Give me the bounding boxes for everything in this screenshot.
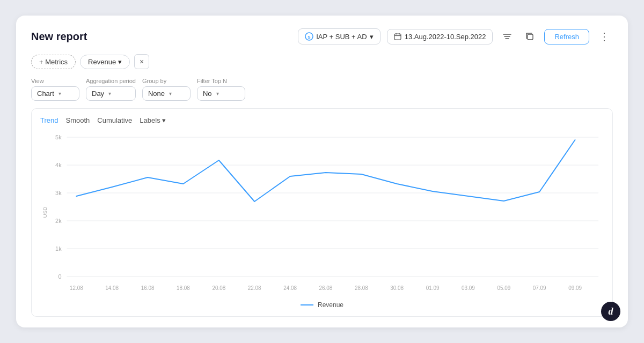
svg-text:2k: 2k [55, 218, 62, 224]
date-range-selector[interactable]: 13.Aug.2022-10.Sep.2022 [387, 29, 493, 44]
line-chart: 5k 4k 3k 2k 1k 0 USD 12.08 14.08 16.08 1… [40, 132, 604, 298]
view-control: View Chart ▾ [31, 78, 79, 101]
svg-rect-2 [394, 34, 401, 40]
svg-text:28.08: 28.08 [355, 285, 368, 291]
copy-icon [525, 32, 535, 41]
calendar-icon [394, 33, 401, 40]
svg-text:09.09: 09.09 [568, 285, 582, 291]
svg-text:22.08: 22.08 [248, 285, 261, 291]
svg-text:0: 0 [58, 273, 62, 280]
svg-text:01.09: 01.09 [426, 285, 440, 291]
svg-text:USD: USD [42, 206, 48, 218]
svg-text:14.08: 14.08 [105, 285, 119, 291]
svg-text:S: S [308, 35, 311, 40]
legend-label: Revenue [318, 301, 343, 309]
controls-row: View Chart ▾ Aggregation period Day ▾ Gr… [31, 78, 613, 101]
svg-text:20.08: 20.08 [212, 285, 225, 291]
aggregation-selector[interactable]: Day ▾ [86, 86, 136, 101]
svg-text:12.08: 12.08 [70, 285, 83, 291]
filter-top-n-selector[interactable]: No ▾ [197, 86, 245, 101]
page-title: New report [31, 31, 87, 43]
svg-text:30.08: 30.08 [390, 285, 404, 291]
chart-legend: Revenue [40, 301, 604, 309]
chart-area: Trend Smooth Cumulative Labels ▾ 5k 4k 3… [31, 108, 613, 317]
remove-filter-button[interactable]: × [134, 54, 149, 69]
revenue-filter-tag[interactable]: Revenue ▾ [80, 55, 130, 69]
header-actions: S IAP + SUB + AD ▾ 13.Aug.2022-10.Sep.20… [298, 28, 613, 44]
add-metrics-button[interactable]: + Metrics [31, 55, 76, 69]
revenue-line [76, 140, 575, 202]
svg-text:07.09: 07.09 [533, 285, 546, 291]
filter-button[interactable] [499, 28, 515, 44]
tab-trend[interactable]: Trend [40, 114, 63, 126]
filter-top-n-control: Filter Top N No ▾ [197, 78, 245, 101]
svg-text:05.09: 05.09 [497, 285, 510, 291]
segment-icon: S [305, 32, 313, 41]
view-selector[interactable]: Chart ▾ [31, 86, 79, 101]
header: New report S IAP + SUB + AD ▾ 13.Aug.202… [31, 28, 613, 44]
svg-text:3k: 3k [55, 190, 62, 196]
svg-text:03.09: 03.09 [462, 285, 475, 291]
svg-text:18.08: 18.08 [177, 285, 190, 291]
legend-line-symbol [301, 304, 313, 305]
tab-cumulative[interactable]: Cumulative [97, 114, 137, 126]
svg-text:26.08: 26.08 [319, 285, 333, 291]
tab-smooth[interactable]: Smooth [65, 114, 95, 126]
svg-text:1k: 1k [55, 245, 62, 252]
svg-rect-9 [528, 34, 533, 40]
segment-selector[interactable]: S IAP + SUB + AD ▾ [298, 28, 380, 44]
aggregation-control: Aggregation period Day ▾ [86, 78, 136, 101]
svg-text:5k: 5k [55, 134, 62, 140]
chart-tabs: Trend Smooth Cumulative Labels ▾ [40, 114, 604, 126]
filter-icon [502, 32, 512, 41]
svg-text:4k: 4k [55, 162, 62, 168]
svg-text:16.08: 16.08 [141, 285, 155, 291]
group-control: Group by None ▾ [142, 78, 191, 101]
tab-labels[interactable]: Labels ▾ [140, 116, 165, 124]
more-button[interactable]: ⋮ [596, 30, 613, 43]
copy-button[interactable] [522, 28, 538, 44]
group-selector[interactable]: None ▾ [142, 86, 191, 101]
filter-bar: + Metrics Revenue ▾ × [31, 54, 613, 69]
chart-container: 5k 4k 3k 2k 1k 0 USD 12.08 14.08 16.08 1… [40, 132, 604, 298]
refresh-button[interactable]: Refresh [544, 29, 589, 44]
brand-watermark: d [601, 302, 620, 321]
report-card: New report S IAP + SUB + AD ▾ 13.Aug.202… [16, 16, 628, 327]
svg-text:24.08: 24.08 [283, 285, 297, 291]
